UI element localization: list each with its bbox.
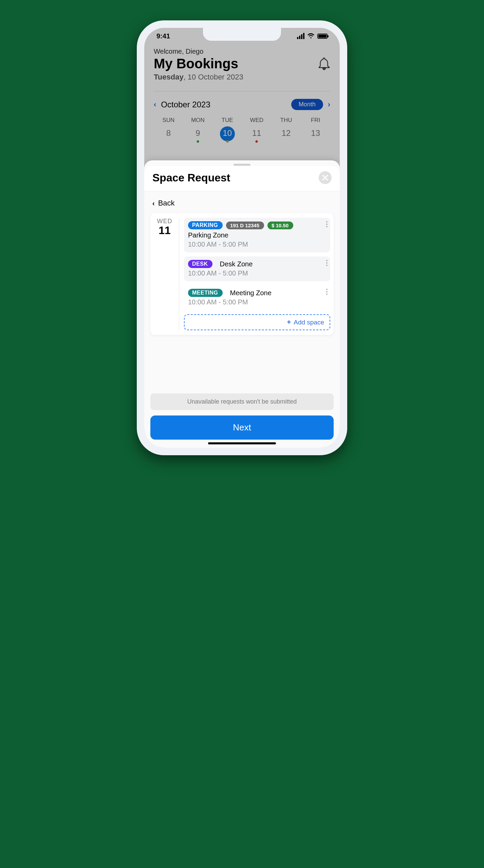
next-button[interactable]: Next — [150, 415, 334, 440]
cellular-icon — [297, 33, 304, 39]
entries-list: PARKING191 D 12345$ 10.50Parking Zone10:… — [184, 218, 330, 330]
booking-entry: MEETING Meeting Zone10:00 AM - 5:00 PM — [184, 285, 330, 310]
more-icon[interactable] — [326, 260, 328, 266]
zone-name: Parking Zone — [188, 231, 327, 239]
back-button[interactable]: ‹ Back — [150, 197, 334, 213]
booking-entry: DESK Desk Zone10:00 AM - 5:00 PM — [184, 256, 330, 281]
close-icon — [322, 175, 328, 181]
chevron-left-icon: ‹ — [152, 199, 155, 207]
back-label: Back — [158, 199, 175, 208]
kind-pill: DESK — [188, 260, 212, 268]
plus-icon: + — [287, 318, 291, 326]
entry-time: 10:00 AM - 5:00 PM — [188, 269, 327, 277]
card-day-column: WED 11 — [155, 218, 174, 330]
close-button[interactable] — [319, 171, 332, 184]
card-divider — [179, 218, 179, 330]
entry-time: 10:00 AM - 5:00 PM — [188, 298, 327, 306]
plate-pill: 191 D 12345 — [226, 222, 264, 229]
entry-time: 10:00 AM - 5:00 PM — [188, 241, 327, 248]
sheet-title: Space Request — [152, 172, 230, 184]
kind-pill: MEETING — [188, 289, 223, 297]
add-space-button[interactable]: +Add space — [184, 314, 330, 330]
screen: 9:41 Welcome, Diego My Bookings Tuesday,… — [144, 28, 340, 448]
submit-note: Unavailable requests won't be submitted — [150, 393, 334, 410]
card-day-number: 11 — [155, 224, 174, 237]
more-icon[interactable] — [326, 289, 328, 295]
zone-name: Meeting Zone — [226, 289, 271, 297]
add-space-label: Add space — [294, 319, 324, 326]
card-weekday: WED — [155, 218, 174, 225]
notch — [203, 28, 281, 41]
status-icons — [297, 33, 328, 39]
booking-entry: PARKING191 D 12345$ 10.50Parking Zone10:… — [184, 218, 330, 252]
more-icon[interactable] — [326, 221, 328, 227]
battery-icon — [317, 34, 328, 39]
status-time: 9:41 — [156, 32, 170, 40]
kind-pill: PARKING — [188, 221, 223, 229]
home-indicator[interactable] — [208, 442, 276, 444]
wifi-icon — [307, 33, 315, 39]
price-pill: $ 10.50 — [267, 222, 293, 229]
booking-card: WED 11 PARKING191 D 12345$ 10.50Parking … — [150, 213, 334, 335]
device-frame: 9:41 Welcome, Diego My Bookings Tuesday,… — [137, 20, 347, 455]
space-request-sheet: Space Request ‹ Back WED 11 PARKING191 D… — [144, 160, 340, 448]
zone-name: Desk Zone — [216, 260, 253, 268]
